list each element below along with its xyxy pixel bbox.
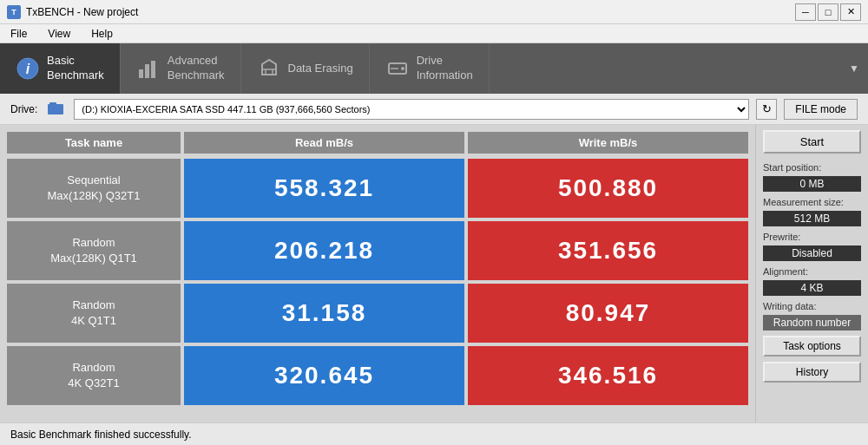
window-title: TxBENCH - New project <box>26 6 138 18</box>
svg-point-7 <box>401 67 404 70</box>
col-header-task: Task name <box>7 132 181 154</box>
drive-select[interactable]: (D:) KIOXIA-EXCERIA SATA SSD 447.11 GB (… <box>74 99 749 120</box>
tab-drive-label: DriveInformation <box>417 54 473 83</box>
tab-erase-label: Data Erasing <box>288 62 353 76</box>
start-button[interactable]: Start <box>763 130 861 154</box>
writing-data-value: Random number <box>763 315 861 330</box>
title-bar-left: T TxBENCH - New project <box>7 5 138 19</box>
tab-advanced-benchmark[interactable]: AdvancedBenchmark <box>121 43 241 94</box>
bench-read-sequential: 558.321 <box>184 159 464 218</box>
start-position-label: Start position: <box>763 162 861 173</box>
bench-label-random-4k-q32: Random4K Q32T1 <box>7 346 181 405</box>
maximize-button[interactable]: □ <box>818 3 838 21</box>
close-button[interactable]: ✕ <box>840 3 861 21</box>
alignment-label: Alignment: <box>763 266 861 277</box>
toolbar: i BasicBenchmark AdvancedBenchmark Data … <box>0 43 868 94</box>
bench-write-random-128k: 351.656 <box>468 221 748 280</box>
tab-data-erasing[interactable]: Data Erasing <box>241 43 370 94</box>
status-bar: Basic Benchmark finished successfully. <box>0 422 868 445</box>
drive-refresh-button[interactable]: ↻ <box>756 99 777 120</box>
menu-help[interactable]: Help <box>88 27 116 41</box>
tab-drive-information[interactable]: DriveInformation <box>370 43 490 94</box>
bench-write-sequential: 500.880 <box>468 159 748 218</box>
menu-view[interactable]: View <box>44 27 74 41</box>
toolbar-dropdown[interactable]: ▼ <box>840 43 868 94</box>
bench-read-random-128k: 206.218 <box>184 221 464 280</box>
title-bar: T TxBENCH - New project ─ □ ✕ <box>0 0 868 24</box>
tab-advanced-label: AdvancedBenchmark <box>168 54 225 83</box>
prewrite-value: Disabled <box>763 245 861 261</box>
alignment-value: 4 KB <box>763 280 861 296</box>
bench-row-random-128k: RandomMax(128K) Q1T1 206.218 351.656 <box>7 221 748 280</box>
bench-write-random-4k-q1: 80.947 <box>468 284 748 343</box>
app-icon: T <box>7 5 21 19</box>
bench-write-random-4k-q32: 346.516 <box>468 346 748 405</box>
drive-label: Drive: <box>10 103 37 115</box>
col-header-read: Read mB/s <box>184 132 464 154</box>
menu-bar: File View Help <box>0 24 868 43</box>
file-mode-button[interactable]: FILE mode <box>784 99 858 120</box>
status-message: Basic Benchmark finished successfully. <box>10 429 192 441</box>
bench-label-random-4k-q1: Random4K Q1T1 <box>7 284 181 343</box>
writing-data-label: Writing data: <box>763 301 861 311</box>
bench-label-random-128k: RandomMax(128K) Q1T1 <box>7 221 181 280</box>
svg-rect-2 <box>139 69 143 78</box>
benchmark-area: Task name Read mB/s Write mB/s Sequentia… <box>0 125 755 422</box>
task-options-button[interactable]: Task options <box>763 336 861 357</box>
tab-basic-benchmark[interactable]: i BasicBenchmark <box>0 43 121 94</box>
title-bar-controls: ─ □ ✕ <box>795 3 861 21</box>
bench-row-sequential: SequentialMax(128K) Q32T1 558.321 500.88… <box>7 159 748 218</box>
start-position-value: 0 MB <box>763 176 861 192</box>
history-button[interactable]: History <box>763 362 861 383</box>
svg-rect-10 <box>49 102 56 106</box>
main-content: Task name Read mB/s Write mB/s Sequentia… <box>0 125 868 422</box>
right-panel: Start Start position: 0 MB Measurement s… <box>755 125 868 422</box>
bench-row-random-4k-q1: Random4K Q1T1 31.158 80.947 <box>7 284 748 343</box>
bench-read-random-4k-q32: 320.645 <box>184 346 464 405</box>
bench-read-random-4k-q1: 31.158 <box>184 284 464 343</box>
prewrite-label: Prewrite: <box>763 232 861 242</box>
bench-label-sequential: SequentialMax(128K) Q32T1 <box>7 159 181 218</box>
erase-icon <box>257 56 281 81</box>
chart-icon <box>136 56 161 81</box>
measurement-size-label: Measurement size: <box>763 197 861 207</box>
menu-file[interactable]: File <box>7 27 30 41</box>
tab-basic-label: BasicBenchmark <box>47 54 104 83</box>
svg-rect-3 <box>145 64 149 78</box>
col-header-write: Write mB/s <box>468 132 748 154</box>
bench-row-random-4k-q32: Random4K Q32T1 320.645 346.516 <box>7 346 748 405</box>
measurement-size-value: 512 MB <box>763 211 861 226</box>
svg-rect-4 <box>151 61 155 78</box>
drive-bar: Drive: (D:) KIOXIA-EXCERIA SATA SSD 447.… <box>0 94 868 125</box>
info-icon: i <box>16 56 40 81</box>
svg-text:i: i <box>26 62 30 76</box>
bench-header: Task name Read mB/s Write mB/s <box>7 132 748 154</box>
minimize-button[interactable]: ─ <box>795 3 816 21</box>
drive-icon <box>385 56 410 81</box>
drive-selector-icon <box>48 102 65 116</box>
